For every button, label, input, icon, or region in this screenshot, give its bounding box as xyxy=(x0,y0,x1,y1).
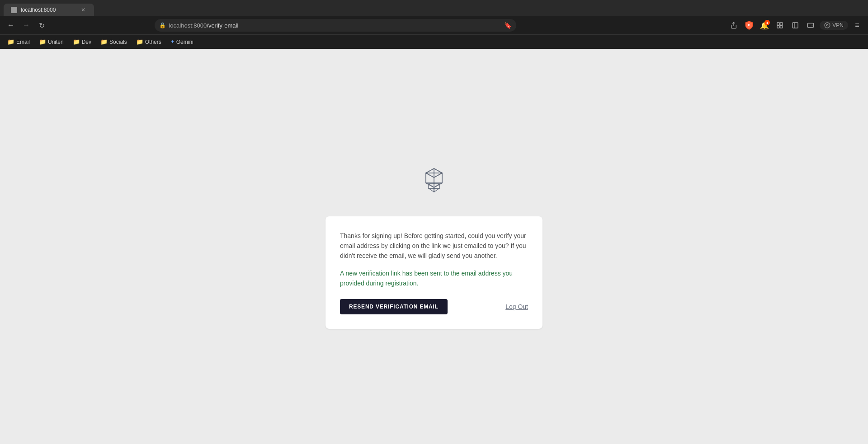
laravel-logo xyxy=(416,164,452,202)
svg-rect-3 xyxy=(777,26,779,28)
security-icon: 🔒 xyxy=(159,22,166,28)
bookmark-others-label: Others xyxy=(145,39,161,45)
notifications-button[interactable]: 🔔 1 xyxy=(758,19,771,32)
bookmark-gemini-label: Gemini xyxy=(176,39,193,45)
verify-message-text: Thanks for signing up! Before getting st… xyxy=(340,231,528,261)
vpn-label: VPN xyxy=(832,22,844,28)
bookmark-email-label: Email xyxy=(16,39,30,45)
bookmark-socials[interactable]: 📁 Socials xyxy=(97,37,131,46)
url-path: /verify-email xyxy=(207,22,238,29)
bookmark-uniten-label: Uniten xyxy=(48,39,64,45)
verify-success-text: A new verification link has been sent to… xyxy=(340,268,528,289)
svg-point-8 xyxy=(827,24,829,26)
active-tab[interactable]: localhost:8000 ✕ xyxy=(4,4,94,16)
nav-right-controls: B 🔔 1 xyxy=(727,19,863,32)
wallet-button[interactable] xyxy=(804,19,817,32)
bookmark-email[interactable]: 📁 Email xyxy=(4,37,33,46)
page-content: Thanks for signing up! Before getting st… xyxy=(0,49,868,444)
svg-marker-11 xyxy=(426,173,434,187)
bookmark-uniten[interactable]: 📁 Uniten xyxy=(35,37,67,46)
forward-button[interactable]: → xyxy=(20,19,33,32)
bookmark-page-icon[interactable]: 🔖 xyxy=(504,22,512,29)
svg-rect-7 xyxy=(808,23,814,27)
folder-icon: 📁 xyxy=(73,38,80,45)
tab-title: localhost:8000 xyxy=(21,7,76,13)
brave-shields-button[interactable]: B xyxy=(743,19,755,32)
folder-icon: 📁 xyxy=(100,38,108,45)
svg-text:B: B xyxy=(748,23,750,27)
nav-bar: ← → ↻ 🔒 localhost:8000/verify-email 🔖 B xyxy=(0,16,868,34)
address-bar[interactable]: 🔒 localhost:8000/verify-email 🔖 xyxy=(155,19,516,32)
vpn-button[interactable]: VPN xyxy=(820,21,848,30)
reload-button[interactable]: ↻ xyxy=(35,19,48,32)
share-button[interactable] xyxy=(727,19,740,32)
bookmark-gemini[interactable]: ✦ Gemini xyxy=(167,38,197,46)
logout-link[interactable]: Log Out xyxy=(505,303,528,310)
bookmark-dev[interactable]: 📁 Dev xyxy=(69,37,95,46)
tab-bar: localhost:8000 ✕ xyxy=(0,0,868,16)
bookmarks-bar: 📁 Email 📁 Uniten 📁 Dev 📁 Socials 📁 Other… xyxy=(0,34,868,49)
url-display: localhost:8000/verify-email xyxy=(169,22,501,29)
svg-rect-1 xyxy=(777,23,779,25)
tab-favicon xyxy=(11,7,17,13)
tab-close-button[interactable]: ✕ xyxy=(80,6,87,14)
extensions-button[interactable] xyxy=(774,19,786,32)
bookmark-dev-label: Dev xyxy=(82,39,91,45)
bookmark-socials-label: Socials xyxy=(109,39,127,45)
browser-chrome: localhost:8000 ✕ ← → ↻ 🔒 localhost:8000/… xyxy=(0,0,868,49)
svg-marker-12 xyxy=(434,173,442,187)
svg-rect-2 xyxy=(780,23,783,25)
notification-count: 1 xyxy=(764,20,770,25)
folder-icon: 📁 xyxy=(136,38,143,45)
svg-rect-5 xyxy=(793,23,798,28)
verify-email-card: Thanks for signing up! Before getting st… xyxy=(326,216,542,329)
verify-actions: RESEND VERIFICATION EMAIL Log Out xyxy=(340,299,528,314)
bookmark-others[interactable]: 📁 Others xyxy=(132,37,165,46)
resend-verification-button[interactable]: RESEND VERIFICATION EMAIL xyxy=(340,299,448,314)
gemini-icon: ✦ xyxy=(170,39,175,45)
back-button[interactable]: ← xyxy=(5,19,17,32)
svg-rect-4 xyxy=(780,26,783,28)
menu-button[interactable]: ≡ xyxy=(851,19,863,32)
folder-icon: 📁 xyxy=(39,38,46,45)
sidebar-button[interactable] xyxy=(789,19,802,32)
folder-icon: 📁 xyxy=(7,38,14,45)
url-host: localhost:8000 xyxy=(169,22,207,29)
